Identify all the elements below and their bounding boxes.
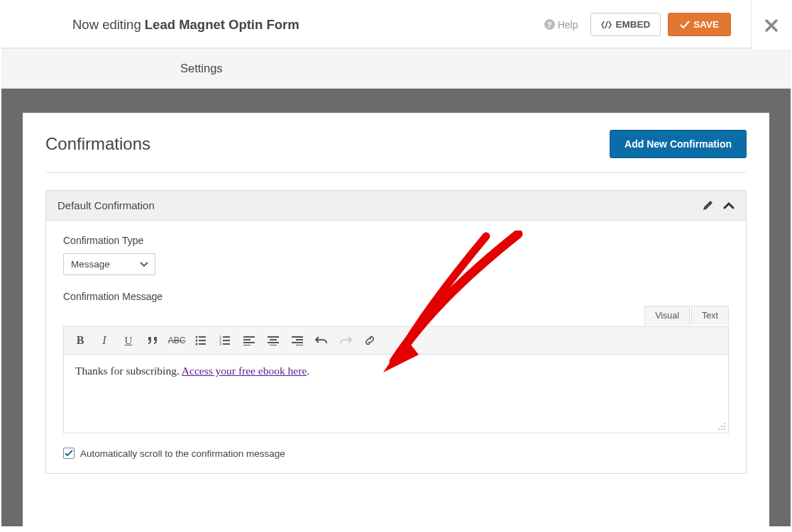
confirmation-type-label: Confirmation Type (63, 235, 729, 246)
check-icon (680, 21, 690, 29)
strikethrough-button[interactable]: ABC (166, 331, 187, 350)
svg-rect-9 (223, 340, 230, 341)
help-link[interactable]: ? Help (544, 19, 578, 31)
svg-point-4 (196, 343, 198, 345)
form-name: Lead Magnet Optin Form (145, 17, 299, 32)
confirmation-section: Default Confirmation Confirmation Type (45, 190, 747, 474)
svg-rect-15 (243, 345, 251, 345)
quote-icon (147, 336, 158, 345)
svg-rect-17 (270, 339, 277, 340)
underline-button[interactable]: U (118, 331, 139, 350)
quote-button[interactable] (142, 331, 163, 350)
settings-label: Settings (180, 62, 223, 74)
link-icon (364, 335, 375, 346)
svg-rect-21 (296, 339, 303, 340)
svg-rect-3 (199, 340, 206, 341)
resize-handle-icon[interactable] (717, 421, 727, 431)
align-left-icon (243, 336, 255, 345)
align-center-icon (268, 336, 279, 345)
undo-button[interactable] (311, 331, 332, 350)
bullet-list-button[interactable] (190, 331, 211, 350)
svg-rect-5 (199, 343, 206, 345)
help-label: Help (558, 19, 578, 31)
svg-rect-22 (292, 342, 303, 343)
svg-rect-14 (243, 342, 255, 343)
message-prefix: Thanks for subscribing. (75, 365, 182, 377)
save-button[interactable]: SAVE (668, 13, 731, 36)
auto-scroll-label: Automatically scroll to the confirmation… (80, 448, 285, 459)
svg-rect-11 (223, 343, 230, 345)
editing-label: Now editing Lead Magnet Optin Form (72, 17, 299, 33)
editor-content[interactable]: Thanks for subscribing. Access your free… (64, 355, 728, 433)
tab-text[interactable]: Text (691, 306, 729, 325)
svg-point-30 (724, 426, 725, 427)
embed-button[interactable]: EMBED (590, 13, 661, 36)
add-confirmation-button[interactable]: Add New Confirmation (610, 130, 747, 158)
collapse-button[interactable] (723, 201, 735, 210)
numbered-list-icon: 123 (219, 336, 231, 345)
section-title: Default Confirmation (57, 199, 155, 211)
save-label: SAVE (693, 19, 719, 30)
svg-rect-19 (270, 345, 277, 345)
svg-point-29 (721, 426, 722, 427)
redo-button[interactable] (335, 331, 356, 350)
editor-toolbar: B I U ABC 123 (64, 327, 728, 355)
svg-point-27 (721, 428, 722, 430)
svg-point-26 (718, 428, 720, 430)
svg-rect-20 (292, 336, 303, 338)
arrow-annotation (362, 231, 525, 387)
svg-point-0 (196, 336, 198, 338)
pencil-icon (703, 200, 713, 211)
bullet-list-icon (195, 336, 207, 345)
confirmation-message-label: Confirmation Message (63, 291, 729, 302)
svg-point-28 (724, 428, 725, 430)
undo-icon (315, 336, 328, 345)
align-right-button[interactable] (287, 331, 308, 350)
svg-text:3: 3 (219, 342, 221, 345)
svg-point-31 (724, 423, 725, 424)
svg-rect-1 (199, 336, 206, 338)
numbered-list-button[interactable]: 123 (214, 331, 236, 350)
svg-rect-16 (268, 336, 279, 338)
bold-button[interactable]: B (70, 331, 91, 350)
section-header[interactable]: Default Confirmation (46, 191, 746, 221)
svg-point-2 (196, 340, 198, 342)
confirmation-type-select[interactable]: Message (63, 253, 155, 275)
top-bar: Now editing Lead Magnet Optin Form ? Hel… (1, 1, 751, 48)
svg-rect-13 (243, 339, 251, 340)
close-button[interactable] (764, 18, 779, 33)
align-right-icon (292, 336, 303, 345)
align-left-button[interactable] (238, 331, 260, 350)
redo-icon (339, 336, 352, 345)
embed-label: EMBED (615, 19, 650, 30)
message-link[interactable]: Access your free ebook here (182, 365, 307, 377)
content-panel: Confirmations Add New Confirmation Defau… (23, 113, 769, 526)
align-center-button[interactable] (263, 331, 284, 350)
auto-scroll-checkbox[interactable] (63, 448, 75, 459)
svg-rect-23 (296, 345, 303, 345)
tab-visual[interactable]: Visual (644, 306, 690, 326)
italic-button[interactable]: I (94, 331, 115, 350)
settings-tab[interactable]: Settings (1, 49, 791, 89)
checkmark-icon (65, 450, 73, 457)
link-button[interactable] (359, 331, 380, 350)
editing-prefix: Now editing (72, 17, 145, 32)
embed-icon (601, 21, 612, 29)
page-title: Confirmations (45, 134, 150, 154)
help-icon: ? (544, 19, 555, 30)
close-icon (764, 18, 779, 33)
svg-rect-12 (243, 336, 255, 338)
message-suffix: . (307, 365, 309, 377)
edit-button[interactable] (703, 200, 713, 211)
svg-rect-7 (223, 336, 230, 338)
svg-rect-18 (268, 342, 279, 343)
chevron-up-icon (723, 201, 735, 210)
